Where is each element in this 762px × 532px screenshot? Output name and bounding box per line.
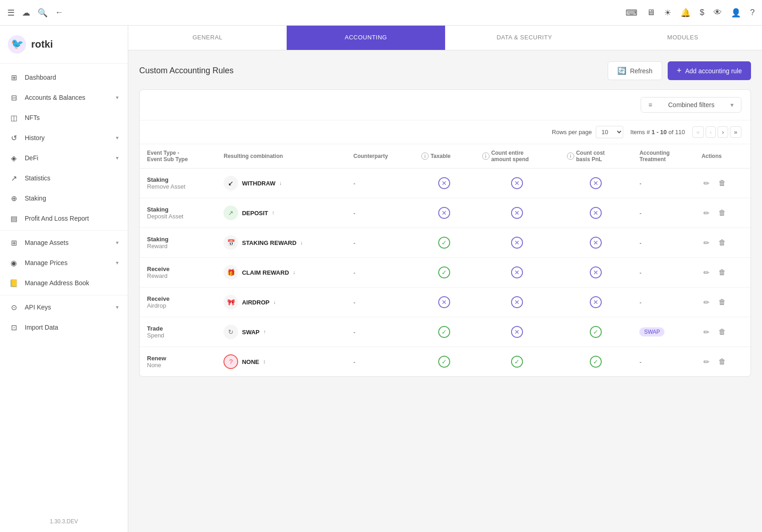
edit-button[interactable]: ✏ [702,326,711,338]
sidebar-item-history[interactable]: ↺ History ▾ [0,128,128,148]
cloud-icon[interactable]: ☁ [22,8,30,18]
sidebar-item-manage-prices[interactable]: ◉ Manage Prices ▾ [0,253,128,273]
prev-page-button[interactable]: ‹ [706,126,716,138]
cell-actions: ✏ 🗑 [694,198,751,228]
page-content: Custom Accounting Rules 🔄 Refresh + Add … [128,50,762,532]
delete-button[interactable]: 🗑 [717,356,728,368]
delete-button[interactable]: 🗑 [717,326,728,338]
sidebar-item-staking[interactable]: ⊕ Staking [0,188,128,208]
settings-tabs: GENERAL ACCOUNTING DATA & SECURITY MODUL… [128,26,762,50]
sidebar-item-import-data[interactable]: ⊡ Import Data [0,317,128,337]
tab-data-security[interactable]: DATA & SECURITY [445,26,604,50]
sidebar-item-manage-assets[interactable]: ⊞ Manage Assets ▾ [0,233,128,253]
col-counterparty: Counterparty [346,144,414,168]
edit-button[interactable]: ✏ [702,177,711,190]
combo-icon: ? [223,354,238,369]
import-data-icon: ⊡ [9,323,18,332]
sidebar-logo[interactable]: 🐦 rotki [0,26,128,64]
delete-button[interactable]: 🗑 [717,207,728,219]
dollar-icon[interactable]: $ [700,8,704,17]
table-row: Renew None ? NONE ↕ - ✓ ✓ ✓ - [140,347,751,377]
sidebar-item-accounts-balances[interactable]: ⊟ Accounts & Balances ▾ [0,87,128,108]
chevron-down-icon: ▾ [116,135,119,141]
profit-loss-icon: ▤ [9,214,18,223]
plus-icon: + [677,66,682,76]
svg-text:🐦: 🐦 [11,38,24,50]
first-page-button[interactable]: « [692,126,704,138]
next-page-button[interactable]: › [718,126,728,138]
cross-icon: ✕ [511,266,523,278]
sidebar-label-accounts: Accounts & Balances [25,94,85,101]
cell-taxable: ✓ [414,228,474,258]
code-icon[interactable]: ⌨ [626,8,637,18]
delete-button[interactable]: 🗑 [717,177,728,189]
cross-icon: ✕ [511,326,523,338]
menu-icon[interactable]: ☰ [7,8,15,18]
edit-button[interactable]: ✏ [702,237,711,249]
display-icon[interactable]: 🖥 [647,8,655,17]
add-accounting-rule-button[interactable]: + Add accounting rule [668,61,751,80]
cell-combo: ↗ DEPOSIT ↑ [216,198,346,228]
delete-button[interactable]: 🗑 [717,296,728,308]
cell-combo: 🎁 CLAIM REWARD ↓ [216,258,346,288]
cross-icon: ✕ [511,237,523,249]
content-area: GENERAL ACCOUNTING DATA & SECURITY MODUL… [128,26,762,532]
page-header: Custom Accounting Rules 🔄 Refresh + Add … [139,61,751,80]
edit-button[interactable]: ✏ [702,296,711,309]
cross-icon: ✕ [438,177,450,189]
sidebar-item-nfts[interactable]: ◫ NFTs [0,108,128,128]
user-icon[interactable]: 👤 [731,8,741,18]
combo-label: DEPOSIT [242,210,268,217]
sidebar-item-statistics[interactable]: ↗ Statistics [0,168,128,188]
delete-button[interactable]: 🗑 [717,237,728,249]
sidebar-version: 1.30.3.DEV [0,511,128,532]
cell-count-cost: ✕ [560,168,632,198]
edit-button[interactable]: ✏ [702,207,711,219]
cell-count-entire: ✓ [475,347,560,377]
combined-filters-select[interactable]: ≡ Combined filters ▾ [641,97,741,113]
tab-general[interactable]: GENERAL [128,26,287,50]
count-cost-info-icon[interactable]: i [567,152,574,160]
nfts-icon: ◫ [9,113,18,122]
sidebar-label-staking: Staking [25,195,46,202]
sidebar-item-defi[interactable]: ◈ DeFi ▾ [0,148,128,168]
combo-icon: ↗ [223,206,238,220]
brightness-icon[interactable]: ☀ [664,8,671,18]
back-icon[interactable]: ← [55,8,63,17]
cell-treatment: - [632,168,694,198]
cell-taxable: ✕ [414,288,474,317]
cell-event-type: Staking Remove Asset [140,168,216,198]
cell-combo: 📅 STAKING REWARD ↓ [216,228,346,258]
cell-treatment: - [632,347,694,377]
search-icon[interactable]: 🔍 [38,8,48,18]
count-entire-info-icon[interactable]: i [482,152,490,160]
sidebar-item-dashboard[interactable]: ⊞ Dashboard [0,67,128,87]
edit-button[interactable]: ✏ [702,266,711,279]
tab-accounting[interactable]: ACCOUNTING [287,26,445,50]
cell-count-entire: ✕ [475,168,560,198]
refresh-button[interactable]: 🔄 Refresh [608,61,662,80]
accounts-icon: ⊟ [9,93,18,102]
rows-per-page-select[interactable]: 10 25 50 100 [596,126,623,138]
rows-per-page-label: Rows per page [552,129,592,136]
cell-taxable: ✓ [414,347,474,377]
cross-icon: ✕ [590,266,602,278]
combo-arrow: ↓ [300,239,303,246]
refresh-label: Refresh [630,67,653,75]
edit-button[interactable]: ✏ [702,356,711,368]
cell-actions: ✏ 🗑 [694,168,751,198]
delete-button[interactable]: 🗑 [717,266,728,278]
cell-treatment: - [632,228,694,258]
sidebar-item-api-keys[interactable]: ⊙ API Keys ▾ [0,297,128,317]
chevron-down-icon: ▾ [730,101,734,109]
last-page-button[interactable]: » [730,126,741,138]
api-keys-icon: ⊙ [9,303,18,312]
sidebar-item-manage-address-book[interactable]: 📒 Manage Address Book [0,273,128,293]
tab-modules[interactable]: MODULES [604,26,762,50]
bell-icon[interactable]: 🔔 [680,8,691,18]
eye-icon[interactable]: 👁 [713,8,722,17]
cross-icon: ✕ [590,207,602,219]
taxable-info-icon[interactable]: i [421,152,429,160]
sidebar-item-profit-loss[interactable]: ▤ Profit And Loss Report [0,208,128,228]
help-icon[interactable]: ? [750,8,755,17]
